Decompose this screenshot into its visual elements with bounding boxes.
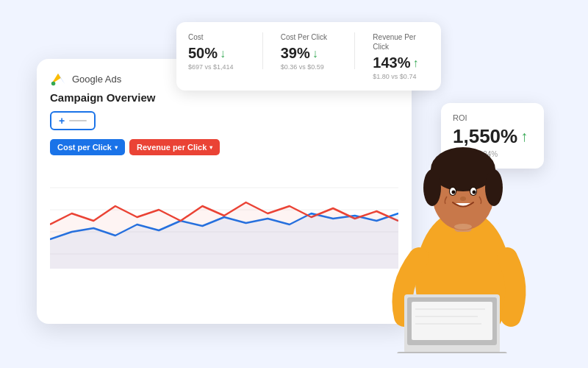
metric-cpc-sub: $0.36 vs $0.59: [281, 63, 337, 71]
chevron-down-icon-2: ▾: [209, 144, 212, 151]
chevron-down-icon: ▾: [115, 144, 118, 151]
svg-point-14: [485, 169, 503, 206]
person-container: [375, 59, 551, 353]
line-chart: [50, 166, 398, 269]
person-illustration: [382, 66, 544, 353]
cost-arrow-down-icon: ↓: [220, 47, 226, 60]
page-title: Campaign Overview: [50, 91, 398, 104]
cost-per-click-label: Cost per Click: [57, 143, 112, 152]
divider-2: [354, 32, 355, 69]
scene: Cost 50% ↓ $697 vs $1,414 Cost Per Click…: [15, 15, 573, 353]
revenue-per-click-label: Revenue per Click: [137, 143, 207, 152]
svg-point-29: [454, 224, 472, 230]
svg-rect-24: [412, 302, 492, 340]
metric-cost-value: 50% ↓: [188, 45, 245, 62]
google-ads-logo-icon: [50, 71, 66, 87]
metric-cost-label: Cost: [188, 32, 245, 42]
metric-cpc-label: Cost Per Click: [281, 32, 337, 42]
line-icon: [69, 120, 87, 121]
dashboard-inner: Google Ads Campaign Overview + Cost per …: [37, 59, 412, 280]
add-metric-button[interactable]: +: [50, 111, 96, 130]
app-name: Google Ads: [72, 74, 121, 85]
dashboard-card: Google Ads Campaign Overview + Cost per …: [37, 59, 412, 324]
revenue-per-click-filter[interactable]: Revenue per Click ▾: [129, 139, 220, 155]
filter-buttons: Cost per Click ▾ Revenue per Click ▾: [50, 139, 398, 155]
svg-point-20: [473, 191, 476, 194]
cpc-arrow-down-icon: ↓: [312, 47, 318, 60]
plus-icon: +: [59, 115, 65, 127]
svg-point-21: [460, 197, 466, 201]
metric-cpc: Cost Per Click 39% ↓ $0.36 vs $0.59: [281, 32, 337, 80]
svg-point-19: [452, 191, 456, 194]
chart-area: [50, 166, 398, 269]
cost-per-click-filter[interactable]: Cost per Click ▾: [50, 139, 125, 155]
svg-marker-8: [50, 202, 398, 269]
metric-cost-sub: $697 vs $1,414: [188, 63, 245, 71]
svg-point-13: [423, 169, 441, 206]
metric-cpc-value: 39% ↓: [281, 45, 337, 62]
svg-rect-28: [397, 352, 507, 353]
divider-1: [262, 32, 263, 69]
metric-cost: Cost 50% ↓ $697 vs $1,414: [188, 32, 245, 80]
svg-point-2: [51, 82, 56, 86]
metric-rpc-label: Revenue Per Click: [373, 32, 429, 52]
